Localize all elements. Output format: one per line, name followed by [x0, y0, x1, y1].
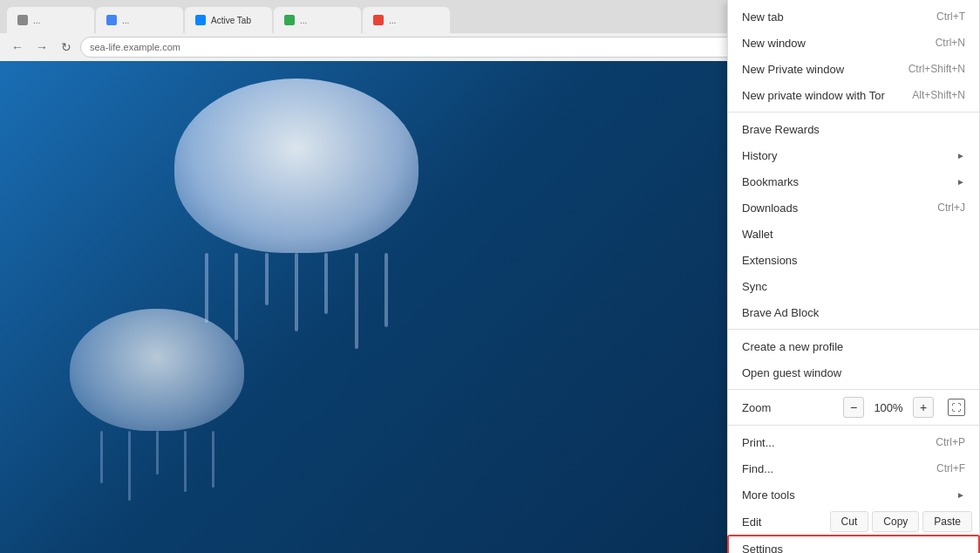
tab-label-4: ... — [300, 16, 307, 25]
tab-favicon-1 — [17, 15, 28, 25]
bookmarks-arrow-icon: ► — [956, 177, 965, 187]
menu-label-create-profile: Create a new profile — [742, 340, 965, 353]
forward-button[interactable]: → — [31, 37, 52, 58]
menu-label-print: Print... — [742, 436, 922, 449]
tentacle-6 — [355, 253, 358, 349]
edit-row: Edit Cut Copy Paste — [728, 508, 979, 536]
menu-shortcut-new-window: Ctrl+N — [936, 37, 965, 49]
menu-label-guest-window: Open guest window — [742, 366, 965, 379]
address-bar[interactable]: sea-life.example.com — [80, 37, 809, 58]
menu-item-new-tor[interactable]: New private window with Tor Alt+Shift+N — [728, 82, 979, 108]
back-button[interactable]: ← — [7, 37, 28, 58]
menu-shortcut-find: Ctrl+F — [936, 462, 965, 474]
paste-button[interactable]: Paste — [922, 511, 972, 532]
separator-1 — [728, 112, 979, 113]
edit-label: Edit — [735, 515, 827, 529]
tab-label-3: Active Tab — [211, 16, 251, 25]
menu-item-find[interactable]: Find... Ctrl+F — [728, 455, 979, 481]
tab-5[interactable]: ... — [363, 7, 450, 33]
reload-button[interactable]: ↻ — [56, 37, 77, 58]
tentacle-2-3 — [156, 431, 159, 474]
menu-label-new-tor: New private window with Tor — [742, 89, 898, 102]
menu-item-new-window[interactable]: New window Ctrl+N — [728, 30, 979, 56]
zoom-row: Zoom − 100% + — [728, 393, 979, 421]
menu-label-history: History — [742, 149, 949, 162]
jellyfish-2 — [70, 309, 244, 527]
menu-item-create-profile[interactable]: Create a new profile — [728, 333, 979, 359]
tentacle-2-2 — [128, 431, 131, 501]
context-menu: New tab Ctrl+T New window Ctrl+N New Pri… — [727, 0, 980, 553]
jellyfish-2-tentacles — [70, 431, 244, 501]
tab-favicon-5 — [373, 15, 384, 25]
tentacle-3 — [265, 253, 269, 305]
zoom-plus-button[interactable]: + — [913, 397, 934, 418]
menu-item-brave-ad-block[interactable]: Brave Ad Block — [728, 299, 979, 325]
tab-favicon-4 — [284, 15, 295, 25]
menu-label-sync: Sync — [742, 280, 965, 293]
menu-item-settings[interactable]: Settings — [728, 536, 979, 553]
menu-item-sync[interactable]: Sync — [728, 273, 979, 299]
zoom-minus-button[interactable]: − — [843, 397, 864, 418]
menu-item-print[interactable]: Print... Ctrl+P — [728, 429, 979, 455]
tentacle-4 — [295, 253, 298, 331]
menu-label-downloads: Downloads — [742, 201, 923, 215]
tentacle-5 — [324, 253, 328, 314]
menu-item-wallet[interactable]: Wallet — [728, 221, 979, 247]
tab-favicon-3 — [195, 15, 206, 25]
cut-button[interactable]: Cut — [830, 511, 869, 532]
more-tools-arrow-icon: ► — [956, 490, 965, 500]
menu-item-new-tab[interactable]: New tab Ctrl+T — [728, 3, 979, 30]
zoom-controls: − 100% + — [843, 397, 965, 418]
menu-shortcut-downloads: Ctrl+J — [937, 201, 965, 214]
menu-shortcut-new-private: Ctrl+Shift+N — [909, 63, 965, 75]
jellyfish-2-body — [70, 309, 244, 431]
menu-item-extensions[interactable]: Extensions — [728, 247, 979, 273]
tentacle-7 — [385, 253, 388, 327]
menu-label-new-tab: New tab — [742, 10, 922, 24]
menu-item-bookmarks[interactable]: Bookmarks ► — [728, 168, 979, 195]
tab-label-2: ... — [122, 16, 129, 25]
tab-favicon-2 — [106, 15, 117, 25]
menu-label-wallet: Wallet — [742, 228, 965, 241]
menu-item-history[interactable]: History ► — [728, 142, 979, 168]
fullscreen-button[interactable] — [948, 399, 965, 416]
menu-label-bookmarks: Bookmarks — [742, 175, 949, 188]
tab-2[interactable]: ... — [96, 7, 183, 33]
menu-label-brave-rewards: Brave Rewards — [742, 123, 965, 136]
menu-label-settings: Settings — [742, 543, 965, 554]
url-text: sea-life.example.com — [90, 42, 180, 52]
zoom-label: Zoom — [742, 401, 843, 414]
tentacle-2-5 — [212, 431, 214, 488]
separator-3 — [728, 389, 979, 390]
separator-2 — [728, 329, 979, 330]
menu-label-more-tools: More tools — [742, 488, 949, 502]
menu-label-new-window: New window — [742, 37, 922, 50]
menu-label-find: Find... — [742, 462, 922, 475]
menu-label-new-private: New Private window — [742, 63, 895, 76]
separator-4 — [728, 425, 979, 426]
tentacle-2-1 — [100, 431, 103, 483]
tab-label-1: ... — [33, 16, 40, 25]
tab-1[interactable]: ... — [7, 7, 94, 33]
menu-shortcut-new-tab: Ctrl+T — [936, 10, 965, 23]
menu-shortcut-new-tor: Alt+Shift+N — [912, 89, 965, 101]
tab-3[interactable]: Active Tab — [185, 7, 272, 33]
tentacle-2-4 — [184, 431, 187, 492]
menu-item-brave-rewards[interactable]: Brave Rewards — [728, 116, 979, 142]
menu-shortcut-print: Ctrl+P — [936, 436, 965, 448]
jellyfish-1 — [174, 79, 419, 340]
jellyfish-1-body — [174, 79, 419, 253]
menu-item-downloads[interactable]: Downloads Ctrl+J — [728, 195, 979, 221]
menu-item-guest-window[interactable]: Open guest window — [728, 359, 979, 386]
history-arrow-icon: ► — [956, 151, 965, 160]
tab-4[interactable]: ... — [274, 7, 361, 33]
copy-button[interactable]: Copy — [872, 511, 919, 532]
menu-item-more-tools[interactable]: More tools ► — [728, 481, 979, 508]
tab-label-5: ... — [389, 16, 396, 25]
menu-item-new-private[interactable]: New Private window Ctrl+Shift+N — [728, 56, 979, 82]
menu-label-brave-ad-block: Brave Ad Block — [742, 306, 965, 319]
menu-label-extensions: Extensions — [742, 254, 965, 267]
zoom-value: 100% — [871, 401, 906, 414]
